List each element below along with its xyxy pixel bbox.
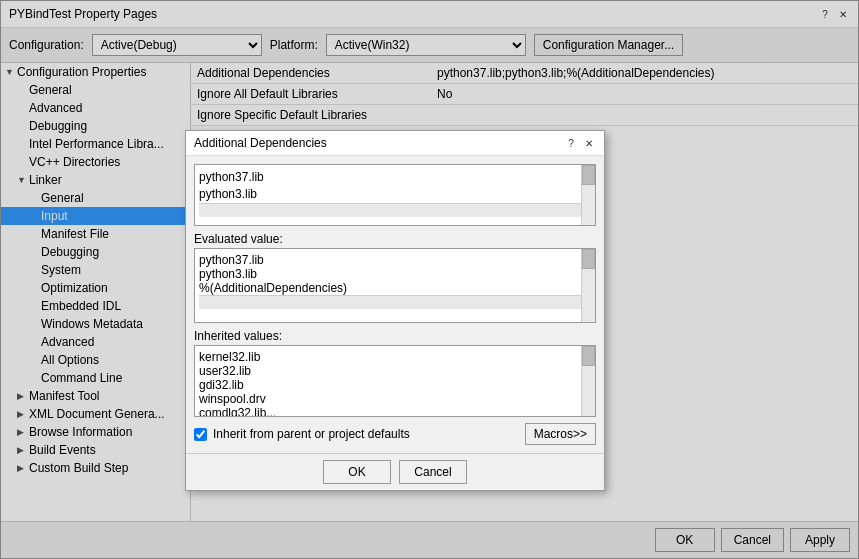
edit-scrollbar — [581, 165, 595, 225]
dialog-body: python37.libpython3.lib Evaluated value:… — [186, 156, 604, 453]
inherited-scrollbar — [581, 346, 595, 416]
dialog-help-button[interactable]: ? — [564, 136, 578, 150]
inherited-scroll-thumb — [582, 346, 595, 366]
eval-hscroll — [199, 295, 591, 309]
dialog-overlay: Additional Dependencies ? ✕ python37.lib… — [0, 0, 859, 559]
dialog-ok-button[interactable]: OK — [323, 460, 391, 484]
inherited-area: kernel32.libuser32.libgdi32.libwinspool.… — [194, 345, 596, 417]
eval-content: python37.libpython3.lib%(AdditionalDepen… — [199, 253, 591, 295]
eval-scrollbar — [581, 249, 595, 322]
additional-dependencies-dialog: Additional Dependencies ? ✕ python37.lib… — [185, 130, 605, 491]
edit-content: python37.libpython3.lib — [199, 169, 591, 203]
inherit-checkbox[interactable] — [194, 428, 207, 441]
eval-section: Evaluated value: python37.libpython3.lib… — [194, 232, 596, 323]
inherited-label: Inherited values: — [194, 329, 596, 343]
inherited-content: kernel32.libuser32.libgdi32.libwinspool.… — [199, 350, 591, 417]
dialog-title-controls: ? ✕ — [564, 136, 596, 150]
checkbox-row: Inherit from parent or project defaults … — [194, 423, 596, 445]
macros-button[interactable]: Macros>> — [525, 423, 596, 445]
scroll-thumb — [582, 165, 595, 185]
eval-scroll-thumb — [582, 249, 595, 269]
inherited-section: Inherited values: kernel32.libuser32.lib… — [194, 329, 596, 417]
dialog-close-button[interactable]: ✕ — [582, 136, 596, 150]
edit-hscroll — [199, 203, 591, 217]
inherit-label: Inherit from parent or project defaults — [213, 427, 410, 441]
edit-area[interactable]: python37.libpython3.lib — [194, 164, 596, 226]
dialog-bottom: OK Cancel — [186, 453, 604, 490]
dialog-title: Additional Dependencies — [194, 136, 327, 150]
eval-label: Evaluated value: — [194, 232, 596, 246]
eval-area: python37.libpython3.lib%(AdditionalDepen… — [194, 248, 596, 323]
dialog-title-bar: Additional Dependencies ? ✕ — [186, 131, 604, 156]
dialog-cancel-button[interactable]: Cancel — [399, 460, 467, 484]
